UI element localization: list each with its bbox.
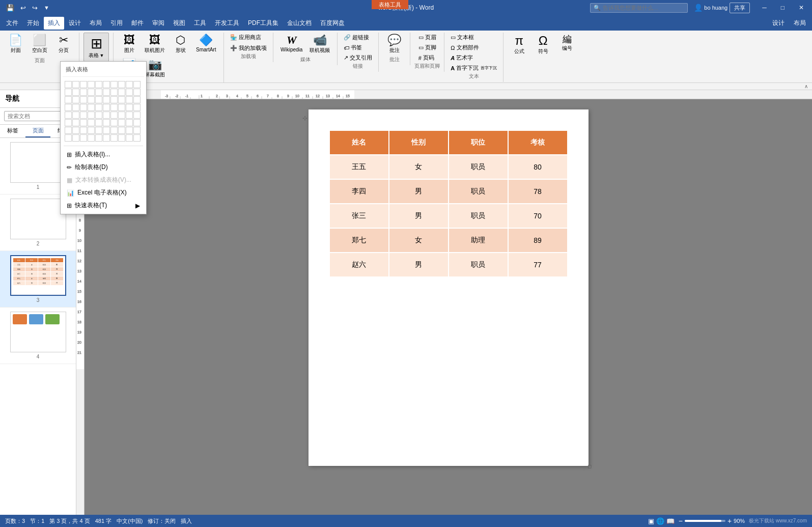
grid-cell[interactable] bbox=[118, 134, 125, 142]
grid-cell[interactable] bbox=[80, 96, 87, 103]
grid-cell[interactable] bbox=[133, 112, 141, 119]
table-tools-design-tab[interactable]: 设计 bbox=[768, 17, 789, 30]
grid-cell[interactable] bbox=[110, 127, 118, 134]
grid-cell[interactable] bbox=[88, 89, 95, 96]
zoom-in-button[interactable]: + bbox=[727, 517, 732, 525]
web-view-button[interactable]: 🌐 bbox=[656, 517, 664, 525]
menu-item-layout[interactable]: 布局 bbox=[86, 17, 106, 30]
grid-cell[interactable] bbox=[65, 112, 72, 119]
grid-cell[interactable] bbox=[110, 104, 118, 111]
nav-tab-label[interactable]: 标签 bbox=[0, 125, 25, 137]
popup-insert-table[interactable]: ⊞ 插入表格(I)... bbox=[63, 148, 144, 161]
grid-cell[interactable] bbox=[103, 96, 110, 103]
grid-cell[interactable] bbox=[126, 89, 133, 96]
grid-cell[interactable] bbox=[133, 127, 141, 134]
maximize-button[interactable]: □ bbox=[775, 2, 791, 13]
grid-cell[interactable] bbox=[118, 127, 125, 134]
grid-cell[interactable] bbox=[110, 89, 118, 96]
picture-button[interactable]: 🖼 图片 bbox=[118, 33, 141, 56]
grid-cell[interactable] bbox=[72, 89, 79, 96]
grid-cell[interactable] bbox=[72, 96, 79, 103]
grid-cell[interactable] bbox=[118, 96, 125, 103]
grid-cell[interactable] bbox=[103, 112, 110, 119]
page-break-button[interactable]: ✂ 分页 bbox=[52, 33, 75, 56]
grid-cell[interactable] bbox=[103, 81, 110, 88]
grid-cell[interactable] bbox=[72, 112, 79, 119]
grid-cell[interactable] bbox=[72, 81, 79, 88]
grid-cell[interactable] bbox=[95, 119, 102, 126]
table-resize-handle[interactable]: ◻ bbox=[587, 463, 592, 469]
ribbon-search[interactable]: 🔍 bbox=[590, 3, 688, 13]
grid-cell[interactable] bbox=[103, 134, 110, 142]
table-tools-layout-tab[interactable]: 布局 bbox=[790, 17, 810, 30]
shapes-button[interactable]: ⬡ 形状 bbox=[169, 33, 192, 56]
popup-draw-table[interactable]: ✏ 绘制表格(D) bbox=[63, 161, 144, 174]
menu-item-insert[interactable]: 插入 bbox=[44, 17, 64, 30]
grid-cell[interactable] bbox=[88, 134, 95, 142]
grid-cell[interactable] bbox=[133, 89, 141, 96]
grid-cell[interactable] bbox=[126, 81, 133, 88]
grid-cell[interactable] bbox=[65, 96, 72, 103]
grid-cell[interactable] bbox=[110, 81, 118, 88]
quick-parts-button[interactable]: Ω 文档部件 bbox=[449, 43, 499, 52]
menu-item-references[interactable]: 引用 bbox=[106, 17, 127, 30]
footer-button[interactable]: ▭ 页脚 bbox=[416, 43, 438, 52]
grid-cell[interactable] bbox=[88, 112, 95, 119]
grid-cell[interactable] bbox=[88, 104, 95, 111]
symbol-button[interactable]: Ω 符号 bbox=[531, 33, 554, 57]
grid-cell[interactable] bbox=[95, 89, 102, 96]
grid-cell[interactable] bbox=[103, 89, 110, 96]
grid-cell[interactable] bbox=[103, 127, 110, 134]
grid-cell[interactable] bbox=[126, 112, 133, 119]
grid-cell[interactable] bbox=[126, 119, 133, 126]
popup-excel-table[interactable]: 📊 Excel 电子表格(X) bbox=[63, 186, 144, 199]
menu-item-home[interactable]: 开始 bbox=[23, 17, 43, 30]
nav-tab-page[interactable]: 页面 bbox=[25, 125, 51, 137]
grid-cell[interactable] bbox=[72, 104, 79, 111]
nav-thumb-3[interactable]: 姓名 性别 职位 考核 王五 女 职员 80 bbox=[0, 251, 76, 308]
grid-cell[interactable] bbox=[80, 119, 87, 126]
grid-cell[interactable] bbox=[72, 134, 79, 142]
grid-cell[interactable] bbox=[80, 112, 87, 119]
page-number-button[interactable]: # 页码 bbox=[416, 53, 438, 63]
grid-cell[interactable] bbox=[88, 127, 95, 134]
grid-cell[interactable] bbox=[110, 119, 118, 126]
popup-quick-table[interactable]: ⊞ 快速表格(T) ▶ bbox=[63, 199, 144, 212]
grid-cell[interactable] bbox=[72, 119, 79, 126]
print-view-button[interactable]: ▣ bbox=[648, 517, 654, 525]
wikipedia-button[interactable]: W Wikipedia bbox=[277, 33, 305, 56]
grid-cell[interactable] bbox=[95, 112, 102, 119]
cover-button[interactable]: 📄 封面 bbox=[4, 33, 27, 56]
header-button[interactable]: ▭ 页眉 bbox=[416, 33, 438, 42]
bookmark-button[interactable]: 🏷 书签 bbox=[342, 43, 374, 52]
menu-item-file[interactable]: 文件 bbox=[2, 17, 22, 30]
grid-cell[interactable] bbox=[110, 134, 118, 142]
menu-item-view[interactable]: 视图 bbox=[169, 17, 189, 30]
menu-item-developer[interactable]: 开发工具 bbox=[211, 17, 243, 30]
table-grid[interactable] bbox=[63, 79, 144, 144]
nav-thumb-4[interactable]: 4 bbox=[0, 308, 76, 364]
grid-cell[interactable] bbox=[95, 81, 102, 88]
textbox-button[interactable]: ▭ 文本框 bbox=[449, 33, 499, 42]
grid-cell[interactable] bbox=[110, 112, 118, 119]
grid-cell[interactable] bbox=[95, 104, 102, 111]
online-video-button[interactable]: 📹 联机视频 bbox=[306, 33, 333, 56]
grid-cell[interactable] bbox=[110, 96, 118, 103]
minimize-button[interactable]: ─ bbox=[756, 2, 773, 13]
grid-cell[interactable] bbox=[80, 89, 87, 96]
grid-cell[interactable] bbox=[65, 89, 72, 96]
grid-cell[interactable] bbox=[65, 127, 72, 134]
document-scroll-area[interactable]: ⊹ ◻ 姓名 性别 职位 考核 bbox=[85, 99, 812, 515]
undo-icon[interactable]: ↩ bbox=[18, 3, 28, 13]
dropcap-button[interactable]: A 首字下沉 首字下沉 bbox=[449, 63, 499, 73]
grid-cell[interactable] bbox=[126, 127, 133, 134]
grid-cell[interactable] bbox=[72, 127, 79, 134]
redo-icon[interactable]: ↪ bbox=[30, 3, 40, 13]
menu-item-mailings[interactable]: 邮件 bbox=[127, 17, 148, 30]
grid-cell[interactable] bbox=[133, 119, 141, 126]
online-picture-button[interactable]: 🖼 联机图片 bbox=[142, 33, 168, 56]
grid-cell[interactable] bbox=[65, 119, 72, 126]
grid-cell[interactable] bbox=[133, 96, 141, 103]
grid-cell[interactable] bbox=[88, 96, 95, 103]
grid-cell[interactable] bbox=[80, 81, 87, 88]
